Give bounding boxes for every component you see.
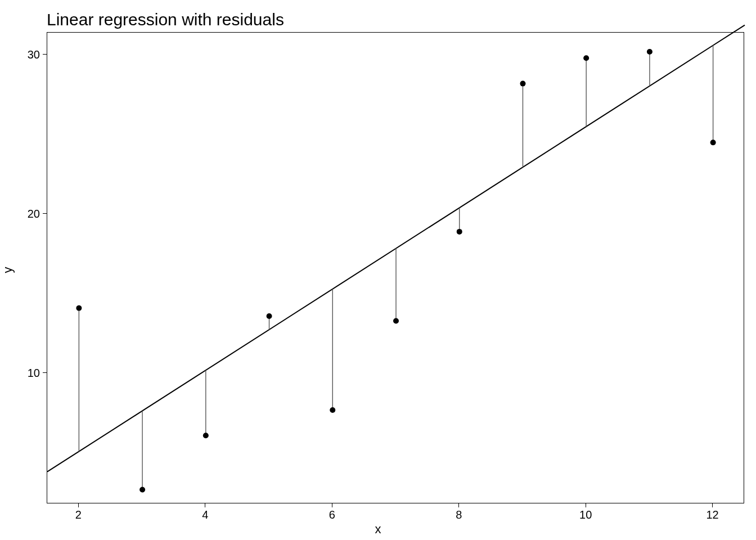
x-tick <box>458 503 459 507</box>
data-point <box>76 305 82 311</box>
data-point <box>457 229 462 235</box>
data-point <box>140 487 145 493</box>
data-point <box>583 55 589 61</box>
x-tick-label: 4 <box>202 508 208 521</box>
data-point <box>203 433 209 438</box>
data-point <box>267 313 272 319</box>
plot-panel <box>47 32 744 503</box>
data-point <box>330 407 335 413</box>
x-tick-label: 8 <box>456 508 462 521</box>
chart-title: Linear regression with residuals <box>47 10 284 29</box>
data-point <box>520 81 525 87</box>
x-tick <box>332 503 332 507</box>
y-tick <box>43 372 47 373</box>
y-tick-label: 10 <box>17 366 40 379</box>
x-tick-label: 10 <box>579 508 592 521</box>
y-tick-label: 30 <box>17 48 40 61</box>
x-tick <box>205 503 205 507</box>
y-axis-label: y <box>1 267 15 273</box>
data-point <box>647 49 652 55</box>
x-tick <box>586 503 586 507</box>
data-point <box>710 140 716 145</box>
x-axis-label: x <box>375 522 381 537</box>
x-tick-label: 6 <box>329 508 335 521</box>
x-tick <box>712 503 713 507</box>
x-tick-label: 2 <box>75 508 82 521</box>
data-point <box>393 318 399 323</box>
x-tick <box>78 503 79 507</box>
y-tick <box>43 54 47 55</box>
y-tick-label: 20 <box>17 207 40 220</box>
plot-svg <box>47 33 744 503</box>
y-tick <box>43 213 47 214</box>
x-tick-label: 12 <box>706 508 719 521</box>
